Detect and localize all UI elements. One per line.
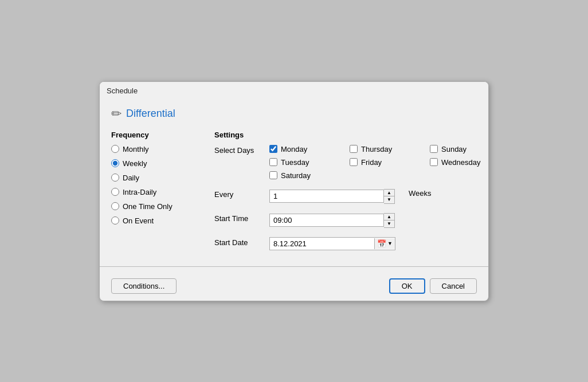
footer-left: Conditions... [111, 278, 385, 294]
every-decrement-button[interactable]: ▼ [384, 196, 394, 203]
day-thursday-label: Thursday [361, 145, 392, 153]
every-label: Every [214, 189, 260, 199]
differential-label: Differential [126, 108, 175, 120]
start-time-spinner: ▲ ▼ [269, 213, 395, 228]
settings-section: Settings Select Days Monday Thur [214, 131, 489, 250]
day-monday-label: Monday [281, 145, 307, 153]
day-sunday[interactable]: Sunday [430, 145, 489, 153]
day-thursday[interactable]: Thursday [350, 145, 430, 153]
radio-intra-daily-input[interactable] [111, 188, 119, 196]
header-section: ✏ Differential [111, 107, 477, 121]
frequency-title: Frequency [111, 131, 214, 139]
radio-weekly[interactable]: Weekly [111, 159, 214, 168]
radio-weekly-input[interactable] [111, 159, 119, 167]
every-input[interactable] [269, 190, 384, 203]
main-body: Frequency Monthly Weekly Daily [111, 131, 477, 250]
every-row: Every ▲ ▼ Weeks [214, 189, 489, 204]
radio-on-event[interactable]: On Event [111, 216, 214, 225]
settings-title: Settings [214, 131, 489, 139]
window-title: Schedule [107, 86, 138, 95]
day-sunday-label: Sunday [441, 145, 467, 153]
footer: Conditions... OK Cancel [100, 274, 488, 301]
start-time-decrement-button[interactable]: ▼ [384, 220, 394, 227]
radio-daily-input[interactable] [111, 174, 119, 182]
radio-daily-label: Daily [123, 174, 139, 182]
every-spinner-buttons: ▲ ▼ [384, 189, 395, 204]
radio-daily[interactable]: Daily [111, 174, 214, 182]
calendar-icon: 📅 [377, 239, 386, 248]
days-grid: Monday Thursday Sunday [269, 145, 489, 180]
checkbox-monday[interactable] [269, 145, 277, 153]
every-spinner: ▲ ▼ [269, 189, 395, 204]
start-time-row: Start Time ▲ ▼ [214, 213, 489, 228]
day-friday[interactable]: Friday [350, 158, 430, 167]
every-increment-button[interactable]: ▲ [384, 190, 394, 196]
start-time-label: Start Time [214, 213, 260, 223]
radio-one-time-only-input[interactable] [111, 202, 119, 210]
schedule-window: Schedule ✏ Differential Frequency Monthl… [99, 81, 489, 301]
frequency-section: Frequency Monthly Weekly Daily [111, 131, 214, 250]
radio-on-event-label: On Event [123, 216, 154, 225]
checkbox-sunday[interactable] [430, 145, 438, 153]
title-bar: Schedule [100, 82, 488, 97]
start-date-container: 📅 ▼ [269, 237, 395, 250]
start-date-row: Start Date 📅 ▼ [214, 237, 489, 250]
checkbox-wednesday[interactable] [430, 158, 438, 166]
day-tuesday[interactable]: Tuesday [269, 158, 350, 167]
day-monday[interactable]: Monday [269, 145, 350, 153]
day-saturday[interactable]: Saturday [269, 171, 350, 180]
pencil-icon: ✏ [111, 107, 121, 121]
conditions-button[interactable]: Conditions... [111, 278, 177, 294]
day-wednesday-label: Wednesday [441, 158, 480, 167]
checkbox-tuesday[interactable] [269, 158, 277, 166]
every-unit-label: Weeks [409, 189, 432, 198]
footer-right: OK Cancel [389, 278, 477, 294]
checkbox-friday[interactable] [350, 158, 358, 166]
radio-monthly-input[interactable] [111, 145, 119, 153]
radio-weekly-label: Weekly [123, 159, 147, 168]
radio-intra-daily-label: Intra-Daily [123, 188, 156, 196]
radio-monthly[interactable]: Monthly [111, 145, 214, 153]
start-date-label: Start Date [214, 237, 260, 247]
radio-intra-daily[interactable]: Intra-Daily [111, 188, 214, 196]
day-wednesday[interactable]: Wednesday [430, 158, 489, 167]
start-date-input[interactable] [270, 238, 374, 250]
day-saturday-label: Saturday [281, 171, 311, 180]
start-time-input[interactable] [269, 214, 384, 227]
start-time-spinner-buttons: ▲ ▼ [384, 213, 395, 228]
checkbox-thursday[interactable] [350, 145, 358, 153]
day-friday-label: Friday [361, 158, 382, 167]
footer-divider [100, 266, 488, 267]
select-days-row: Select Days Monday Thursday [214, 145, 489, 180]
content-area: ✏ Differential Frequency Monthly Weekly [100, 97, 488, 257]
calendar-button[interactable]: 📅 ▼ [374, 238, 395, 249]
day-tuesday-label: Tuesday [281, 158, 309, 167]
radio-one-time-only[interactable]: One Time Only [111, 202, 214, 211]
start-time-increment-button[interactable]: ▲ [384, 214, 394, 220]
dropdown-arrow-icon: ▼ [387, 241, 393, 246]
radio-monthly-label: Monthly [123, 145, 149, 153]
select-days-label: Select Days [214, 145, 260, 155]
settings-grid: Select Days Monday Thursday [214, 145, 489, 250]
radio-one-time-only-label: One Time Only [123, 202, 173, 211]
frequency-radio-group: Monthly Weekly Daily Intra-Daily [111, 145, 214, 225]
ok-button[interactable]: OK [389, 278, 425, 294]
radio-on-event-input[interactable] [111, 216, 119, 225]
checkbox-saturday[interactable] [269, 171, 277, 179]
cancel-button[interactable]: Cancel [430, 278, 477, 294]
